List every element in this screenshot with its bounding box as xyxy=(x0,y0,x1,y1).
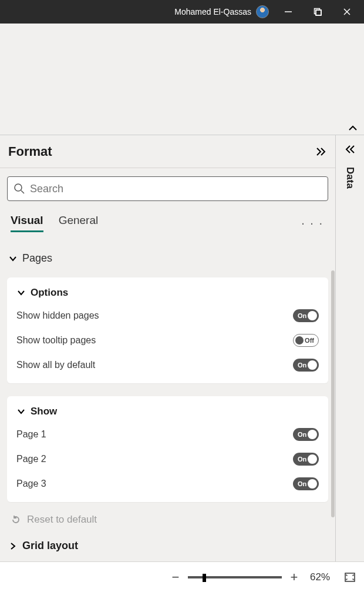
collapse-canvas-button[interactable] xyxy=(348,123,358,133)
format-pane: Format Visual Genera xyxy=(0,135,336,561)
format-tabs: Visual General xyxy=(7,214,98,232)
show-page-1-row: Page 1 On xyxy=(16,428,319,441)
data-pane-title[interactable]: Data xyxy=(344,167,356,189)
format-pane-header: Format xyxy=(0,135,335,168)
option-show-hidden-pages: Show hidden pages On xyxy=(16,309,319,322)
maximize-button[interactable] xyxy=(303,0,332,24)
reset-label: Reset to default xyxy=(27,514,97,526)
section-grid-layout-label: Grid layout xyxy=(22,540,78,552)
card-show-label: Show xyxy=(31,406,57,417)
option-show-all-by-default: Show all by default On xyxy=(16,359,319,372)
format-pane-body: Visual General · · · Pages xyxy=(0,168,335,561)
option-show-tooltip-pages: Show tooltip pages Off xyxy=(16,334,319,347)
section-pages-label: Pages xyxy=(22,252,52,265)
tab-visual[interactable]: Visual xyxy=(11,214,43,232)
reset-icon xyxy=(11,514,21,525)
option-label: Show hidden pages xyxy=(16,310,99,321)
toggle-page-1[interactable]: On xyxy=(293,428,319,441)
minimize-button[interactable] xyxy=(274,0,303,24)
zoom-controls: − + 62% xyxy=(169,570,330,585)
section-pages-header[interactable]: Pages xyxy=(7,252,328,265)
section-grid-layout-header[interactable]: Grid layout xyxy=(7,540,328,552)
card-options: Options Show hidden pages On Show toolti… xyxy=(7,277,328,383)
toggle-page-3[interactable]: On xyxy=(293,477,319,490)
double-chevron-left-icon xyxy=(344,143,356,155)
window-titlebar: Mohamed El-Qassas xyxy=(0,0,364,24)
search-input[interactable] xyxy=(30,183,322,195)
more-options-button[interactable]: · · · xyxy=(296,214,328,232)
double-chevron-right-icon xyxy=(315,146,327,158)
format-pane-title: Format xyxy=(8,144,52,159)
card-options-label: Options xyxy=(31,287,68,299)
search-box[interactable] xyxy=(7,176,328,201)
chevron-right-icon xyxy=(8,541,18,551)
chevron-down-icon xyxy=(16,288,26,297)
user-area[interactable]: Mohamed El-Qassas xyxy=(174,5,269,18)
reset-to-default-button[interactable]: Reset to default xyxy=(7,514,328,526)
toggle-show-tooltip-pages[interactable]: Off xyxy=(293,334,319,347)
toggle-page-2[interactable]: On xyxy=(293,453,319,466)
fit-to-page-icon xyxy=(344,571,356,583)
zoom-slider-thumb[interactable] xyxy=(203,574,206,582)
card-show-header[interactable]: Show xyxy=(16,406,319,417)
username-label: Mohamed El-Qassas xyxy=(174,7,251,16)
page-label: Page 2 xyxy=(16,454,46,464)
toggle-show-hidden-pages[interactable]: On xyxy=(293,309,319,322)
avatar[interactable] xyxy=(256,5,269,18)
svg-rect-2 xyxy=(316,10,321,15)
card-options-header[interactable]: Options xyxy=(16,287,319,299)
toggle-show-all-by-default[interactable]: On xyxy=(293,359,319,372)
show-page-2-row: Page 2 On xyxy=(16,453,319,466)
zoom-out-button[interactable]: − xyxy=(169,570,182,585)
fit-to-page-button[interactable] xyxy=(344,571,356,583)
show-page-3-row: Page 3 On xyxy=(16,477,319,490)
status-bar: − + 62% xyxy=(0,561,364,592)
close-button[interactable] xyxy=(332,0,362,24)
svg-line-7 xyxy=(21,190,24,193)
search-icon xyxy=(14,183,25,195)
report-canvas[interactable] xyxy=(0,24,364,135)
scrollbar[interactable] xyxy=(331,270,335,517)
svg-point-6 xyxy=(15,184,22,191)
expand-data-pane-button[interactable] xyxy=(344,143,356,155)
option-label: Show tooltip pages xyxy=(16,335,96,346)
chevron-down-icon xyxy=(16,407,26,416)
card-show: Show Page 1 On Page 2 On Page 3 On xyxy=(7,396,328,502)
page-label: Page 3 xyxy=(16,479,46,489)
data-pane-collapsed: Data xyxy=(336,135,364,561)
chevron-down-icon xyxy=(8,254,18,263)
option-label: Show all by default xyxy=(16,360,95,370)
page-label: Page 1 xyxy=(16,429,46,440)
zoom-in-button[interactable]: + xyxy=(288,570,301,585)
collapse-format-pane-button[interactable] xyxy=(315,146,327,158)
zoom-value: 62% xyxy=(310,571,330,583)
tab-general[interactable]: General xyxy=(59,214,99,232)
zoom-slider[interactable] xyxy=(188,576,282,578)
chevron-up-icon xyxy=(348,123,358,133)
